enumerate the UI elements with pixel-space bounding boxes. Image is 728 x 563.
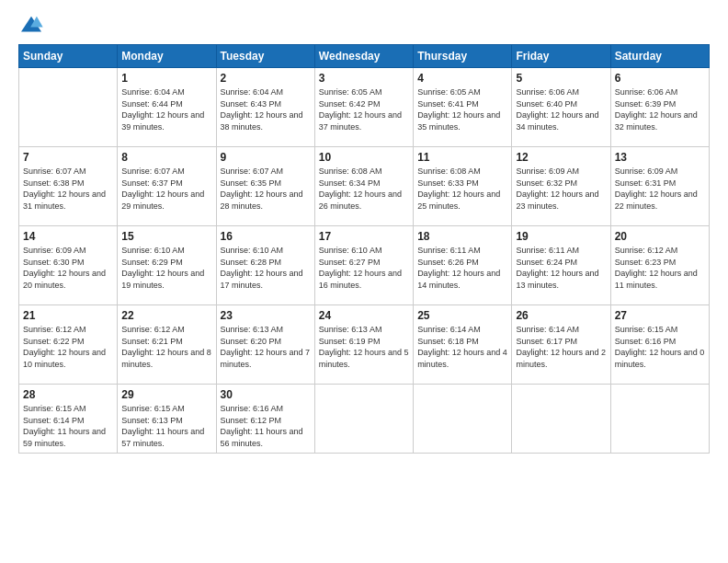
day-info: Sunrise: 6:14 AM Sunset: 6:18 PM Dayligh… [417, 324, 507, 370]
day-number: 14 [23, 230, 113, 243]
day-number: 27 [615, 309, 705, 322]
day-number: 30 [221, 388, 311, 401]
day-number: 19 [516, 230, 606, 243]
day-info: Sunrise: 6:06 AM Sunset: 6:39 PM Dayligh… [615, 86, 705, 132]
calendar-cell: 6Sunrise: 6:06 AM Sunset: 6:39 PM Daylig… [610, 68, 709, 147]
day-number: 9 [221, 151, 311, 164]
calendar-cell: 25Sunrise: 6:14 AM Sunset: 6:18 PM Dayli… [414, 305, 512, 385]
day-number: 22 [121, 309, 211, 322]
calendar-cell: 23Sunrise: 6:13 AM Sunset: 6:20 PM Dayli… [216, 305, 314, 385]
calendar-cell [19, 68, 118, 147]
day-info: Sunrise: 6:04 AM Sunset: 6:43 PM Dayligh… [221, 86, 311, 132]
weekday-header-thursday: Thursday [414, 45, 512, 68]
day-number: 18 [417, 230, 507, 243]
day-info: Sunrise: 6:04 AM Sunset: 6:44 PM Dayligh… [121, 86, 211, 132]
day-info: Sunrise: 6:16 AM Sunset: 6:12 PM Dayligh… [221, 403, 311, 449]
calendar-cell: 13Sunrise: 6:09 AM Sunset: 6:31 PM Dayli… [610, 147, 709, 226]
day-info: Sunrise: 6:05 AM Sunset: 6:42 PM Dayligh… [319, 86, 409, 132]
day-number: 10 [319, 151, 409, 164]
day-info: Sunrise: 6:06 AM Sunset: 6:40 PM Dayligh… [516, 86, 606, 132]
day-number: 1 [121, 72, 211, 85]
weekday-header-monday: Monday [118, 45, 216, 68]
day-number: 17 [319, 230, 409, 243]
calendar-cell: 27Sunrise: 6:15 AM Sunset: 6:16 PM Dayli… [610, 305, 709, 385]
day-number: 21 [23, 309, 113, 322]
calendar-cell: 4Sunrise: 6:05 AM Sunset: 6:41 PM Daylig… [414, 68, 512, 147]
calendar-cell: 7Sunrise: 6:07 AM Sunset: 6:38 PM Daylig… [19, 147, 118, 226]
calendar-header: SundayMondayTuesdayWednesdayThursdayFrid… [19, 45, 710, 68]
day-info: Sunrise: 6:05 AM Sunset: 6:41 PM Dayligh… [417, 86, 507, 132]
calendar-cell: 17Sunrise: 6:10 AM Sunset: 6:27 PM Dayli… [314, 226, 413, 305]
day-number: 3 [319, 72, 409, 85]
day-number: 26 [516, 309, 606, 322]
day-info: Sunrise: 6:11 AM Sunset: 6:24 PM Dayligh… [516, 245, 606, 291]
calendar-cell: 12Sunrise: 6:09 AM Sunset: 6:32 PM Dayli… [512, 147, 610, 226]
calendar-cell: 24Sunrise: 6:13 AM Sunset: 6:19 PM Dayli… [314, 305, 413, 385]
calendar-cell: 28Sunrise: 6:15 AM Sunset: 6:14 PM Dayli… [19, 385, 118, 454]
day-info: Sunrise: 6:09 AM Sunset: 6:32 PM Dayligh… [516, 166, 606, 212]
calendar-cell [414, 385, 512, 454]
day-number: 7 [23, 151, 113, 164]
weekday-header-saturday: Saturday [610, 45, 709, 68]
day-info: Sunrise: 6:07 AM Sunset: 6:38 PM Dayligh… [23, 166, 113, 212]
day-number: 28 [23, 388, 113, 401]
day-number: 12 [516, 151, 606, 164]
calendar-cell: 29Sunrise: 6:15 AM Sunset: 6:13 PM Dayli… [118, 385, 216, 454]
day-info: Sunrise: 6:09 AM Sunset: 6:30 PM Dayligh… [23, 245, 113, 291]
calendar-body: 1Sunrise: 6:04 AM Sunset: 6:44 PM Daylig… [19, 68, 710, 454]
day-number: 25 [417, 309, 507, 322]
day-info: Sunrise: 6:15 AM Sunset: 6:14 PM Dayligh… [23, 403, 113, 449]
day-number: 16 [221, 230, 311, 243]
day-info: Sunrise: 6:09 AM Sunset: 6:31 PM Dayligh… [615, 166, 705, 212]
calendar-cell: 10Sunrise: 6:08 AM Sunset: 6:34 PM Dayli… [314, 147, 413, 226]
logo-icon [18, 15, 44, 35]
weekday-header-tuesday: Tuesday [216, 45, 314, 68]
weekday-row: SundayMondayTuesdayWednesdayThursdayFrid… [19, 45, 710, 68]
day-info: Sunrise: 6:14 AM Sunset: 6:17 PM Dayligh… [516, 324, 606, 370]
day-number: 6 [615, 72, 705, 85]
day-number: 4 [417, 72, 507, 85]
day-number: 24 [319, 309, 409, 322]
page: SundayMondayTuesdayWednesdayThursdayFrid… [0, 0, 728, 563]
day-info: Sunrise: 6:12 AM Sunset: 6:22 PM Dayligh… [23, 324, 113, 370]
weekday-header-wednesday: Wednesday [314, 45, 413, 68]
day-info: Sunrise: 6:15 AM Sunset: 6:13 PM Dayligh… [121, 403, 211, 449]
day-number: 13 [615, 151, 705, 164]
day-info: Sunrise: 6:13 AM Sunset: 6:20 PM Dayligh… [221, 324, 311, 370]
calendar-cell [610, 385, 709, 454]
calendar-cell: 16Sunrise: 6:10 AM Sunset: 6:28 PM Dayli… [216, 226, 314, 305]
weekday-header-friday: Friday [512, 45, 610, 68]
calendar-week-4: 21Sunrise: 6:12 AM Sunset: 6:22 PM Dayli… [19, 305, 710, 385]
logo [18, 15, 48, 35]
calendar-cell: 2Sunrise: 6:04 AM Sunset: 6:43 PM Daylig… [216, 68, 314, 147]
day-info: Sunrise: 6:07 AM Sunset: 6:37 PM Dayligh… [121, 166, 211, 212]
calendar-cell: 9Sunrise: 6:07 AM Sunset: 6:35 PM Daylig… [216, 147, 314, 226]
day-number: 23 [221, 309, 311, 322]
day-number: 8 [121, 151, 211, 164]
day-info: Sunrise: 6:10 AM Sunset: 6:29 PM Dayligh… [121, 245, 211, 291]
day-info: Sunrise: 6:12 AM Sunset: 6:21 PM Dayligh… [121, 324, 211, 370]
day-number: 29 [121, 388, 211, 401]
day-number: 15 [121, 230, 211, 243]
calendar-cell: 5Sunrise: 6:06 AM Sunset: 6:40 PM Daylig… [512, 68, 610, 147]
header [18, 15, 710, 35]
calendar-cell [314, 385, 413, 454]
calendar-table: SundayMondayTuesdayWednesdayThursdayFrid… [18, 44, 710, 454]
calendar-cell: 14Sunrise: 6:09 AM Sunset: 6:30 PM Dayli… [19, 226, 118, 305]
calendar-cell: 3Sunrise: 6:05 AM Sunset: 6:42 PM Daylig… [314, 68, 413, 147]
day-number: 20 [615, 230, 705, 243]
day-info: Sunrise: 6:10 AM Sunset: 6:28 PM Dayligh… [221, 245, 311, 291]
calendar-cell: 30Sunrise: 6:16 AM Sunset: 6:12 PM Dayli… [216, 385, 314, 454]
day-info: Sunrise: 6:08 AM Sunset: 6:34 PM Dayligh… [319, 166, 409, 212]
day-info: Sunrise: 6:07 AM Sunset: 6:35 PM Dayligh… [221, 166, 311, 212]
calendar-cell [512, 385, 610, 454]
day-info: Sunrise: 6:12 AM Sunset: 6:23 PM Dayligh… [615, 245, 705, 291]
calendar-cell: 1Sunrise: 6:04 AM Sunset: 6:44 PM Daylig… [118, 68, 216, 147]
calendar-cell: 20Sunrise: 6:12 AM Sunset: 6:23 PM Dayli… [610, 226, 709, 305]
calendar-cell: 15Sunrise: 6:10 AM Sunset: 6:29 PM Dayli… [118, 226, 216, 305]
calendar-week-2: 7Sunrise: 6:07 AM Sunset: 6:38 PM Daylig… [19, 147, 710, 226]
calendar-week-1: 1Sunrise: 6:04 AM Sunset: 6:44 PM Daylig… [19, 68, 710, 147]
calendar-cell: 19Sunrise: 6:11 AM Sunset: 6:24 PM Dayli… [512, 226, 610, 305]
day-info: Sunrise: 6:15 AM Sunset: 6:16 PM Dayligh… [615, 324, 705, 370]
weekday-header-sunday: Sunday [19, 45, 118, 68]
